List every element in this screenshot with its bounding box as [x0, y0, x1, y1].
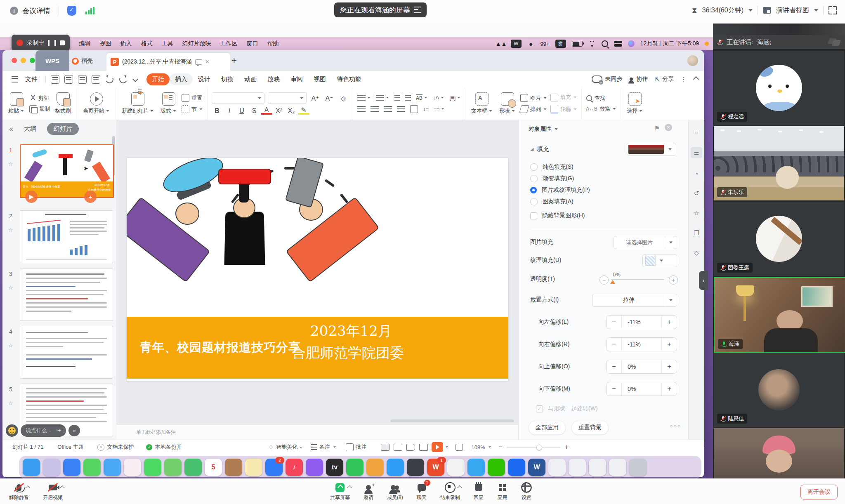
cut-button[interactable]: 剪切	[29, 94, 50, 102]
justify-icon[interactable]	[397, 106, 405, 112]
fill-option-picture[interactable]: 图片或纹理填充(P)	[530, 186, 590, 194]
close-window-button[interactable]	[12, 58, 17, 63]
zoom-percentage[interactable]: 108%	[472, 444, 485, 450]
dock-icon-word[interactable]: W	[528, 459, 545, 476]
tab-features[interactable]: 特色功能	[331, 73, 367, 85]
highlight-icon[interactable]: ✎	[298, 107, 309, 115]
timer-dropdown-icon[interactable]	[748, 9, 753, 12]
w-app-icon[interactable]: W	[511, 40, 522, 48]
transparency-plus-button[interactable]: +	[669, 276, 678, 285]
chat-input[interactable]: 说点什么... +	[21, 424, 66, 437]
dock-icon-music[interactable]: ♪	[286, 459, 303, 476]
dock-icon-pages[interactable]	[366, 459, 384, 476]
undo-icon[interactable]	[104, 74, 114, 84]
dock-icon-appstore[interactable]: 2	[265, 459, 283, 476]
collapse-panel-icon[interactable]: «	[9, 125, 13, 133]
dock-icon-tv[interactable]: tv	[326, 459, 343, 476]
slide-sorter-view-icon[interactable]	[394, 444, 402, 451]
more-options-icon[interactable]: ⋮	[680, 75, 687, 83]
menu-insert[interactable]: 插入	[120, 40, 132, 47]
fill-preview-dropdown[interactable]	[627, 143, 676, 156]
collapse-chat-icon[interactable]: «	[68, 425, 80, 436]
close-tab-icon[interactable]: ×	[205, 58, 209, 66]
minus-button[interactable]: −	[607, 385, 621, 393]
view-mode-label[interactable]: 演讲者视图	[776, 6, 809, 15]
wechat-menubar-icon[interactable]: ●	[527, 40, 535, 47]
picture-fill-select[interactable]: 请选择图片	[614, 236, 677, 249]
watching-screen-banner[interactable]: 您正在观看海涵的屏幕	[334, 2, 427, 17]
screen-record-indicator[interactable]	[705, 42, 709, 46]
font-size-select[interactable]	[268, 92, 307, 104]
text-direction-icon[interactable]: AB	[416, 94, 428, 101]
align-center-icon[interactable]	[371, 106, 379, 112]
participant-tile-6-partial[interactable]	[714, 428, 844, 478]
slide-thumbnail-3[interactable]	[20, 268, 113, 321]
canvas-horizontal-scrollbar[interactable]	[390, 419, 514, 422]
members-button[interactable]: 成员(8)	[387, 482, 403, 501]
superscript-icon[interactable]: X²	[274, 107, 284, 115]
fill-option-solid[interactable]: 纯色填充(S)	[530, 163, 574, 171]
smart-beautify-button[interactable]: ♢ 智能美化▴	[268, 443, 302, 451]
outline-button[interactable]: 轮廓	[550, 105, 577, 114]
emoji-button[interactable]	[6, 424, 18, 437]
align-right-icon[interactable]	[384, 106, 392, 112]
dock-icon-keynote[interactable]	[387, 459, 404, 476]
tab-view[interactable]: 视图	[308, 73, 331, 85]
offset-left-stepper[interactable]: − -11% +	[606, 315, 677, 329]
chat-button[interactable]: 1 聊天	[416, 482, 427, 501]
quickbar-expand-icon[interactable]	[132, 76, 138, 82]
panel-more-icon[interactable]: ○○○	[670, 423, 681, 429]
slide-thumbnail-4[interactable]	[20, 326, 113, 379]
texture-fill-select[interactable]	[642, 254, 677, 267]
tab-animation[interactable]: 动画	[239, 73, 262, 85]
rotate-with-shape-checkbox[interactable]: ✓与形状一起旋转(W)	[536, 405, 598, 412]
slideshow-play-button[interactable]	[432, 442, 443, 452]
picture-button[interactable]: 图片	[520, 94, 547, 102]
minimize-window-button[interactable]	[21, 58, 26, 63]
wps-home-tab[interactable]: WPS	[35, 50, 69, 71]
reset-background-button[interactable]: 重置背景	[571, 421, 609, 435]
properties-title[interactable]: 对象属性	[529, 125, 552, 133]
zoom-slider-knob[interactable]	[536, 445, 542, 450]
banner-menu-icon[interactable]	[414, 7, 421, 13]
battery-icon[interactable]	[572, 41, 583, 47]
animation-strip-icon[interactable]: ☆	[692, 209, 701, 218]
zoom-slider[interactable]	[507, 447, 560, 447]
tab-insert[interactable]: 插入	[170, 73, 193, 85]
align-left-icon[interactable]	[357, 106, 366, 112]
dock-icon-photos[interactable]	[124, 459, 141, 476]
dock-icon-wps[interactable]: W1	[427, 459, 444, 476]
menu-slideshow[interactable]: 幻灯片放映	[182, 40, 211, 47]
placement-select[interactable]: 拉伸	[592, 294, 677, 307]
leave-meeting-button[interactable]: 离开会议	[800, 485, 838, 499]
transparency-slider[interactable]	[611, 279, 664, 280]
decrease-indent-icon[interactable]	[394, 95, 400, 101]
participant-tile-4-speaking[interactable]: 海涵	[714, 277, 845, 353]
start-video-button[interactable]: 开启视频	[43, 482, 63, 501]
sync-status[interactable]: 未同步	[592, 75, 622, 83]
redo-icon[interactable]	[118, 74, 128, 84]
theme-name[interactable]: Office 主题	[57, 443, 83, 451]
meeting-timer[interactable]: 36:34(60分钟)	[702, 6, 744, 15]
zoom-out-icon[interactable]: −	[498, 443, 503, 451]
tab-design[interactable]: 设计	[193, 73, 216, 85]
dock-icon-facetime[interactable]	[144, 459, 161, 476]
network-signal-icon[interactable]	[85, 7, 94, 14]
add-slide-button[interactable]: +	[84, 191, 97, 203]
font-name-select[interactable]	[212, 92, 264, 104]
local-backup-status[interactable]: ✓ 本地备份开	[146, 443, 182, 451]
fill-option-gradient[interactable]: 渐变填充(G)	[530, 175, 574, 182]
pin-panel-icon[interactable]: ⚑	[654, 125, 660, 132]
dock-icon-finder[interactable]	[23, 459, 40, 476]
document-tab[interactable]: P (2023.12...分享.中青报海涵 ×	[106, 53, 230, 71]
stop-recording-icon[interactable]	[60, 40, 65, 45]
menu-view[interactable]: 视图	[99, 40, 111, 47]
tab-slideshow[interactable]: 放映	[262, 73, 285, 85]
plus-button[interactable]: +	[662, 318, 677, 326]
presenter-view-icon[interactable]	[419, 444, 428, 451]
hide-background-checkbox[interactable]: 隐藏背景图形(H)	[530, 212, 585, 219]
reset-button[interactable]: 重置	[182, 94, 203, 102]
dock-icon-doc-stack-1[interactable]	[548, 459, 566, 476]
transparency-minus-button[interactable]: −	[600, 276, 609, 285]
new-tab-button[interactable]: +	[231, 55, 237, 66]
